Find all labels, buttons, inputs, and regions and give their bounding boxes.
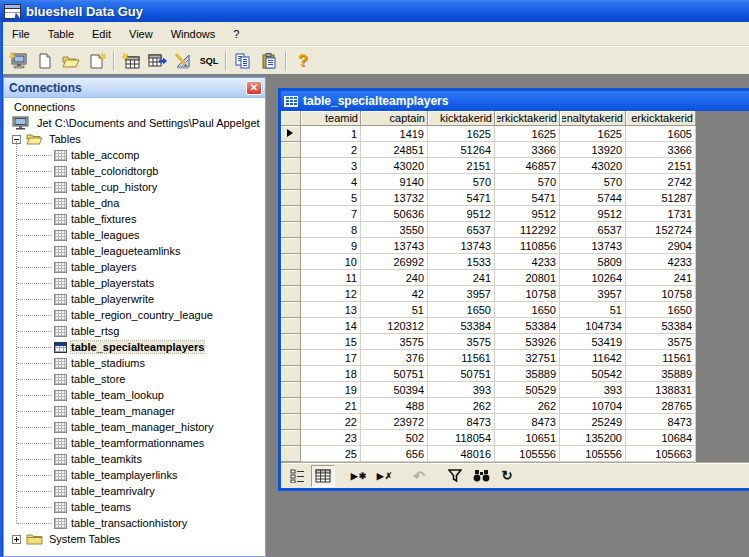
grid-cell[interactable]: 13743 <box>428 238 495 254</box>
grid-cell[interactable]: 5744 <box>560 190 626 206</box>
tree-table-item[interactable]: table_teamkits <box>4 451 265 467</box>
grid-cell[interactable]: 51264 <box>428 142 495 158</box>
row-selector[interactable] <box>281 350 301 366</box>
grid-cell[interactable]: 3 <box>301 158 361 174</box>
tree-table-item[interactable]: table_coloridtorgb <box>4 163 265 179</box>
grid-cell[interactable]: 118054 <box>428 430 495 446</box>
grid-cell[interactable]: 9 <box>301 238 361 254</box>
grid-cell[interactable]: 152724 <box>626 222 696 238</box>
row-selector[interactable] <box>281 270 301 286</box>
table-window-title-bar[interactable]: table_specialteamplayers <box>281 91 749 111</box>
grid-cell[interactable]: 3957 <box>560 286 626 302</box>
grid-cell[interactable]: 656 <box>361 446 428 462</box>
grid-cell[interactable]: 3957 <box>428 286 495 302</box>
tree-table-item[interactable]: table_teamplayerlinks <box>4 467 265 483</box>
row-selector[interactable] <box>281 158 301 174</box>
grid-cell[interactable]: 22 <box>301 414 361 430</box>
column-header[interactable]: captain <box>361 111 428 126</box>
tree-table-item[interactable]: table_team_lookup <box>4 387 265 403</box>
find-button[interactable] <box>469 465 493 487</box>
grid-cell[interactable]: 25 <box>301 446 361 462</box>
grid-cell[interactable]: 9512 <box>428 206 495 222</box>
grid-cell[interactable]: 10684 <box>626 430 696 446</box>
menu-view[interactable]: View <box>120 25 162 43</box>
copy-button[interactable] <box>230 49 256 73</box>
grid-cell[interactable]: 23972 <box>361 414 428 430</box>
grid-cell[interactable]: 43020 <box>361 158 428 174</box>
grid-cell[interactable]: 105663 <box>626 446 696 462</box>
row-selector[interactable] <box>281 238 301 254</box>
grid-cell[interactable]: 2742 <box>626 174 696 190</box>
grid-cell[interactable]: 4233 <box>626 254 696 270</box>
tree-node-system-tables[interactable]: System Tables <box>4 531 265 547</box>
open-table-button[interactable] <box>144 49 170 73</box>
row-selector[interactable] <box>281 430 301 446</box>
tree-table-item[interactable]: table_teams <box>4 499 265 515</box>
grid-cell[interactable]: 53384 <box>626 318 696 334</box>
grid-cell[interactable]: 104734 <box>560 318 626 334</box>
grid-cell[interactable]: 12 <box>301 286 361 302</box>
row-selector[interactable] <box>281 398 301 414</box>
grid-cell[interactable]: 14 <box>301 318 361 334</box>
row-selector[interactable] <box>281 206 301 222</box>
grid-cell[interactable]: 3366 <box>626 142 696 158</box>
grid-cell[interactable]: 488 <box>361 398 428 414</box>
grid-cell[interactable]: 20801 <box>495 270 560 286</box>
grid-cell[interactable]: 3366 <box>495 142 560 158</box>
grid-cell[interactable]: 1650 <box>626 302 696 318</box>
grid-cell[interactable]: 393 <box>560 382 626 398</box>
row-selector[interactable] <box>281 254 301 270</box>
row-selector[interactable] <box>281 302 301 318</box>
tree-table-item[interactable]: table_team_manager_history <box>4 419 265 435</box>
grid-cell[interactable]: 5471 <box>495 190 560 206</box>
grid-cell[interactable]: 53384 <box>495 318 560 334</box>
grid-cell[interactable]: 9140 <box>361 174 428 190</box>
connect-button[interactable] <box>6 49 32 73</box>
tree-table-item[interactable]: table_leagueteamlinks <box>4 243 265 259</box>
grid-cell[interactable]: 42 <box>361 286 428 302</box>
grid-cell[interactable]: 51 <box>361 302 428 318</box>
grid-cell[interactable]: 8473 <box>626 414 696 430</box>
grid-cell[interactable]: 138831 <box>626 382 696 398</box>
grid-cell[interactable]: 13920 <box>560 142 626 158</box>
tree-table-item[interactable]: table_cup_history <box>4 179 265 195</box>
filter-button[interactable] <box>443 465 467 487</box>
grid-cell[interactable]: 13732 <box>361 190 428 206</box>
row-selector[interactable] <box>281 142 301 158</box>
grid-cell[interactable]: 46857 <box>495 158 560 174</box>
grid-cell[interactable]: 43020 <box>560 158 626 174</box>
grid-cell[interactable]: 50542 <box>560 366 626 382</box>
tree-table-item[interactable]: table_store <box>4 371 265 387</box>
row-selector[interactable] <box>281 126 301 142</box>
grid-cell[interactable]: 105556 <box>560 446 626 462</box>
grid-cell[interactable]: 10704 <box>560 398 626 414</box>
grid-cell[interactable]: 105556 <box>495 446 560 462</box>
row-selector-header[interactable] <box>281 111 301 126</box>
tree-table-item[interactable]: table_team_manager <box>4 403 265 419</box>
tree-table-item[interactable]: table_teamformationnames <box>4 435 265 451</box>
paste-button[interactable] <box>256 49 282 73</box>
grid-cell[interactable]: 10651 <box>495 430 560 446</box>
grid-cell[interactable]: 3575 <box>626 334 696 350</box>
grid-cell[interactable]: 50394 <box>361 382 428 398</box>
grid-cell[interactable]: 6537 <box>560 222 626 238</box>
tree-node-tables[interactable]: Tables <box>4 131 265 147</box>
grid-cell[interactable]: 11561 <box>428 350 495 366</box>
grid-cell[interactable]: 120312 <box>361 318 428 334</box>
grid-cell[interactable]: 19 <box>301 382 361 398</box>
menu-file[interactable]: File <box>3 25 39 43</box>
grid-cell[interactable]: 570 <box>428 174 495 190</box>
grid-cell[interactable]: 13743 <box>361 238 428 254</box>
grid-cell[interactable]: 1625 <box>428 126 495 142</box>
row-selector[interactable] <box>281 446 301 462</box>
grid-cell[interactable]: 50529 <box>495 382 560 398</box>
grid-cell[interactable]: 10 <box>301 254 361 270</box>
grid-cell[interactable]: 35889 <box>626 366 696 382</box>
grid-cell[interactable]: 262 <box>495 398 560 414</box>
datasheet-view-button[interactable] <box>311 465 335 487</box>
grid-cell[interactable]: 376 <box>361 350 428 366</box>
row-selector[interactable] <box>281 190 301 206</box>
refresh-button[interactable]: ↻ <box>495 465 519 487</box>
grid-cell[interactable]: 5 <box>301 190 361 206</box>
tree-table-item[interactable]: table_accomp <box>4 147 265 163</box>
